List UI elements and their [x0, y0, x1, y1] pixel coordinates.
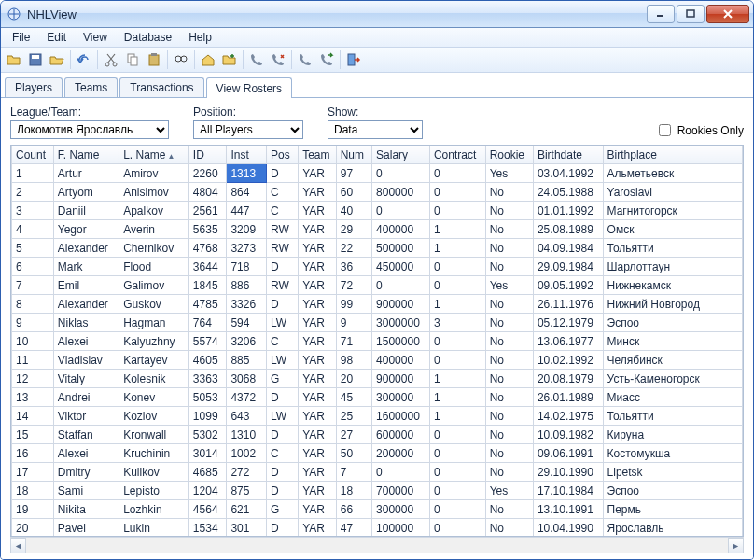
cell-fname[interactable]: Alexei — [53, 332, 119, 351]
cell-inst[interactable]: 718 — [227, 258, 267, 276]
cell-num[interactable]: 20 — [336, 370, 371, 388]
cell-bplace[interactable]: Тольятти — [603, 407, 742, 426]
cell-rookie[interactable]: No — [485, 314, 533, 332]
cell-team[interactable]: YAR — [299, 164, 337, 183]
cell-rookie[interactable]: No — [485, 519, 533, 537]
cell-lname[interactable]: Lepisto — [119, 482, 189, 500]
cell-contract[interactable]: 0 — [429, 332, 485, 351]
position-select[interactable]: All Players — [193, 120, 303, 139]
cell-inst[interactable]: 1310 — [227, 426, 267, 444]
exit-icon[interactable] — [343, 49, 364, 70]
cell-team[interactable]: YAR — [299, 183, 337, 202]
cell-contract[interactable]: 0 — [429, 351, 485, 370]
cell-fname[interactable]: Sami — [53, 482, 119, 500]
cell-num[interactable]: 98 — [336, 351, 371, 370]
table-row[interactable]: 13AndreiKonev50534372DYAR453000001No26.0… — [12, 388, 743, 407]
cell-id[interactable]: 1204 — [188, 482, 227, 500]
cell-pos[interactable]: D — [267, 426, 299, 444]
cell-lname[interactable]: Galimov — [119, 276, 189, 295]
cell-bplace[interactable]: Челябинск — [603, 351, 742, 370]
cell-rookie[interactable]: No — [485, 332, 533, 351]
cell-id[interactable]: 5574 — [188, 332, 227, 351]
cell-fname[interactable]: Andrei — [53, 388, 119, 407]
menu-database[interactable]: Database — [117, 30, 179, 45]
cell-bdate[interactable]: 03.04.1992 — [533, 164, 603, 183]
cell-inst[interactable]: 643 — [227, 407, 267, 426]
table-row[interactable]: 18SamiLepisto1204875DYAR187000000Yes17.1… — [12, 482, 743, 500]
cell-id[interactable]: 3363 — [188, 370, 227, 388]
cell-team[interactable]: YAR — [299, 482, 337, 500]
cell-inst[interactable]: 621 — [227, 500, 267, 519]
cell-count[interactable]: 1 — [12, 164, 54, 183]
tab-teams[interactable]: Teams — [64, 77, 118, 97]
cell-bdate[interactable]: 17.10.1984 — [533, 482, 603, 500]
cell-num[interactable]: 66 — [336, 500, 371, 519]
cell-bplace[interactable]: Ярославль — [603, 519, 742, 537]
cell-pos[interactable]: D — [267, 258, 299, 276]
copy-icon[interactable] — [122, 49, 143, 70]
cell-lname[interactable]: Kartayev — [119, 351, 189, 370]
cell-num[interactable]: 47 — [336, 519, 371, 537]
cell-bdate[interactable]: 29.09.1984 — [533, 258, 603, 276]
col-lname[interactable]: L. Name▲ — [119, 146, 189, 164]
cell-contract[interactable]: 3 — [429, 314, 485, 332]
cell-id[interactable]: 4605 — [188, 351, 227, 370]
tab-view-rosters[interactable]: View Rosters — [206, 77, 292, 98]
cell-id[interactable]: 1099 — [188, 407, 227, 426]
cell-id[interactable]: 4804 — [188, 183, 227, 202]
cell-inst[interactable]: 3326 — [227, 295, 267, 314]
cell-salary[interactable]: 450000 — [372, 258, 430, 276]
cell-num[interactable]: 72 — [336, 276, 371, 295]
cell-contract[interactable]: 1 — [429, 239, 485, 258]
cell-team[interactable]: YAR — [299, 239, 337, 258]
cell-pos[interactable]: D — [267, 482, 299, 500]
maximize-button[interactable] — [677, 5, 705, 23]
table-row[interactable]: 19NikitaLozhkin4564621GYAR663000000No13.… — [12, 500, 743, 519]
cell-fname[interactable]: Artur — [53, 164, 119, 183]
phone-icon[interactable] — [246, 49, 267, 70]
cell-team[interactable]: YAR — [299, 463, 337, 482]
cell-bdate[interactable]: 09.05.1992 — [533, 276, 603, 295]
col-birthplace[interactable]: Birthplace — [603, 146, 742, 164]
cell-team[interactable]: YAR — [299, 202, 337, 220]
cell-salary[interactable]: 300000 — [372, 388, 430, 407]
cell-salary[interactable]: 0 — [372, 202, 430, 220]
cell-fname[interactable]: Nikita — [53, 500, 119, 519]
cell-inst[interactable]: 886 — [227, 276, 267, 295]
cell-fname[interactable]: Yegor — [53, 220, 119, 239]
cell-contract[interactable]: 0 — [429, 202, 485, 220]
cell-bdate[interactable]: 26.11.1976 — [533, 295, 603, 314]
cell-num[interactable]: 18 — [336, 482, 371, 500]
cell-num[interactable]: 27 — [336, 426, 371, 444]
cell-count[interactable]: 13 — [12, 388, 54, 407]
col-id[interactable]: ID — [188, 146, 227, 164]
cell-pos[interactable]: RW — [267, 239, 299, 258]
cell-count[interactable]: 7 — [12, 276, 54, 295]
tab-transactions[interactable]: Transactions — [119, 77, 203, 97]
cell-inst[interactable]: 594 — [227, 314, 267, 332]
cell-lname[interactable]: Anisimov — [119, 183, 189, 202]
cell-team[interactable]: YAR — [299, 220, 337, 239]
cell-inst[interactable]: 3068 — [227, 370, 267, 388]
col-num[interactable]: Num — [336, 146, 371, 164]
cell-team[interactable]: YAR — [299, 407, 337, 426]
cell-id[interactable]: 1534 — [188, 519, 227, 537]
col-contract[interactable]: Contract — [429, 146, 485, 164]
cell-bplace[interactable]: Усть-Каменогорск — [603, 370, 742, 388]
cell-num[interactable]: 71 — [336, 332, 371, 351]
table-row[interactable]: 6MarkFlood3644718DYAR364500000No29.09.19… — [12, 258, 743, 276]
open-icon[interactable] — [4, 49, 24, 70]
col-count[interactable]: Count — [12, 146, 54, 164]
cell-bdate[interactable]: 04.09.1984 — [533, 239, 603, 258]
tab-players[interactable]: Players — [5, 77, 63, 97]
cell-pos[interactable]: C — [267, 183, 299, 202]
cell-bdate[interactable]: 29.10.1990 — [533, 463, 603, 482]
cell-bplace[interactable]: Эспоо — [603, 482, 742, 500]
cell-team[interactable]: YAR — [299, 500, 337, 519]
cell-num[interactable]: 97 — [336, 164, 371, 183]
cell-fname[interactable]: Artyom — [53, 183, 119, 202]
cell-bdate[interactable]: 24.05.1988 — [533, 183, 603, 202]
cell-rookie[interactable]: No — [485, 388, 533, 407]
cell-team[interactable]: YAR — [299, 426, 337, 444]
cell-rookie[interactable]: No — [485, 202, 533, 220]
